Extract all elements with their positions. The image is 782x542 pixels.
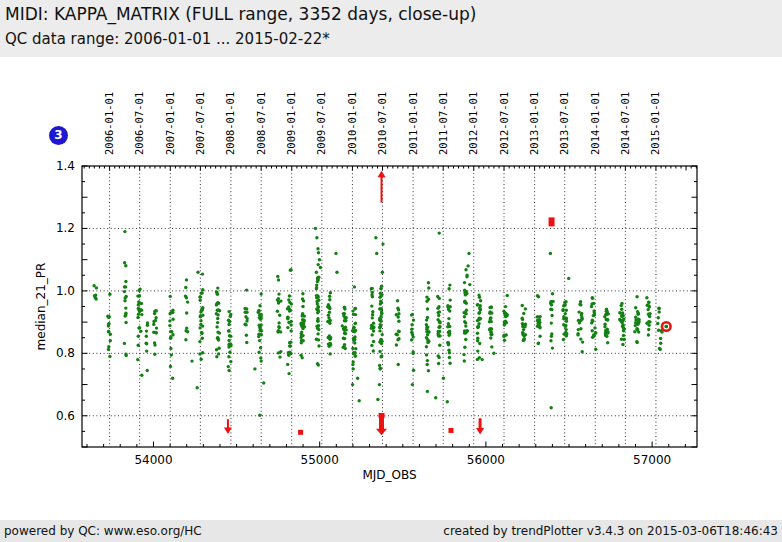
chart-canvas: 2006-01-012006-07-012007-01-012007-07-01…: [0, 57, 782, 520]
plot-index-badge[interactable]: 3: [49, 126, 68, 145]
created-by-text: created by trendPlotter v3.4.3 on 2015-0…: [443, 520, 778, 542]
svg-text:55000: 55000: [301, 453, 339, 467]
svg-text:57000: 57000: [633, 453, 671, 467]
powered-by-text: powered by QC: www.eso.org/HC: [4, 520, 202, 542]
scatter-points: [92, 227, 668, 417]
svg-text:2006-01-01: 2006-01-01: [103, 92, 115, 155]
svg-text:1.2: 1.2: [56, 221, 75, 235]
plot-border: [82, 166, 697, 447]
svg-text:54000: 54000: [134, 453, 172, 467]
qc-data-range: QC data range: 2006-01-01 ... 2015-02-22…: [5, 30, 330, 48]
svg-text:2008-01-01: 2008-01-01: [224, 92, 236, 155]
svg-text:2014-01-01: 2014-01-01: [589, 92, 601, 155]
svg-text:2009-01-01: 2009-01-01: [285, 92, 297, 155]
svg-text:2010-07-01: 2010-07-01: [376, 92, 388, 155]
svg-text:2009-07-01: 2009-07-01: [315, 92, 327, 155]
svg-text:2008-07-01: 2008-07-01: [255, 92, 267, 155]
report-header: MIDI: KAPPA_MATRIX (FULL range, 3352 day…: [0, 0, 782, 57]
axis-ticks: [82, 166, 697, 447]
page-title: MIDI: KAPPA_MATRIX (FULL range, 3352 day…: [5, 4, 476, 24]
grid-lines: [82, 166, 697, 447]
svg-text:1.0: 1.0: [56, 284, 75, 298]
svg-text:2013-07-01: 2013-07-01: [558, 92, 570, 155]
svg-text:2013-01-01: 2013-01-01: [528, 92, 540, 155]
svg-text:0.6: 0.6: [56, 409, 75, 423]
svg-text:2006-07-01: 2006-07-01: [133, 92, 145, 155]
svg-text:0.8: 0.8: [56, 346, 75, 360]
y-axis-title: median_21_PR: [34, 263, 48, 351]
svg-text:2010-01-01: 2010-01-01: [346, 92, 358, 155]
svg-text:2012-07-01: 2012-07-01: [498, 92, 510, 155]
svg-text:2014-07-01: 2014-07-01: [619, 92, 631, 155]
svg-text:2007-07-01: 2007-07-01: [194, 92, 206, 155]
svg-text:1.4: 1.4: [56, 159, 75, 173]
x-axis-title: MJD_OBS: [362, 468, 416, 482]
axis-labels: 2006-01-012006-07-012007-01-012007-07-01…: [34, 92, 671, 482]
svg-text:2007-01-01: 2007-01-01: [164, 92, 176, 155]
svg-text:2011-07-01: 2011-07-01: [437, 92, 449, 155]
svg-text:2015-01-01: 2015-01-01: [649, 92, 661, 155]
svg-text:2012-01-01: 2012-01-01: [467, 92, 479, 155]
svg-text:56000: 56000: [467, 453, 505, 467]
svg-text:2011-01-01: 2011-01-01: [407, 92, 419, 155]
footer-bar: powered by QC: www.eso.org/HC created by…: [0, 520, 782, 542]
trend-plot: 2006-01-012006-07-012007-01-012007-07-01…: [0, 57, 782, 520]
